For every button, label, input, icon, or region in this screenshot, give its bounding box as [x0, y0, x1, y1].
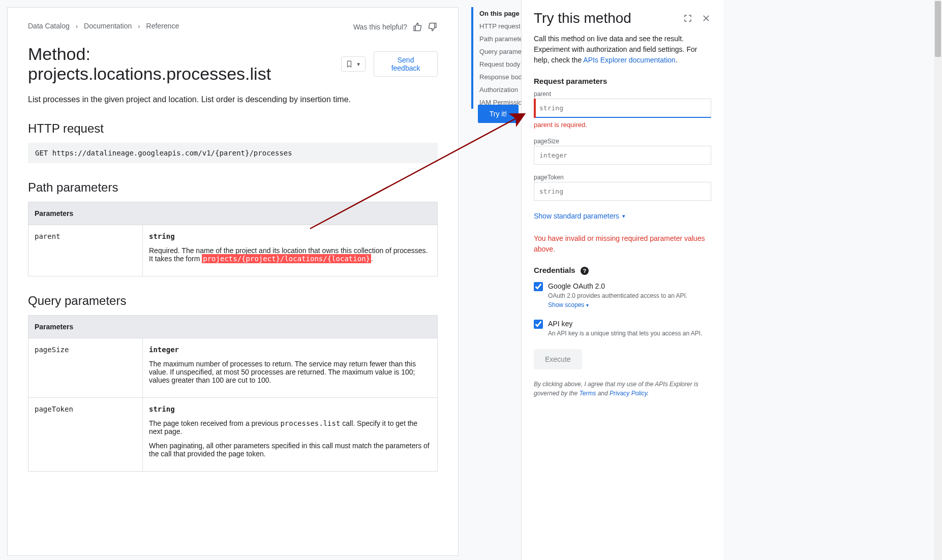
helpful-label: Was this helpful?	[353, 23, 407, 31]
parent-input[interactable]	[534, 99, 711, 118]
error-strip	[534, 99, 536, 118]
param-desc-text: When paginating, all other parameters sp…	[149, 442, 431, 458]
toc-item[interactable]: Authorization	[473, 83, 522, 96]
field-label-pagesize: pageSize	[534, 138, 711, 145]
toc-item[interactable]: Request body	[473, 58, 522, 71]
http-request-code: GET https://datalineage.googleapis.com/v…	[28, 143, 438, 163]
invalid-params-warning: You have invalid or missing required par…	[534, 233, 711, 255]
pagetoken-field-wrap	[534, 182, 711, 201]
param-type: integer	[149, 346, 431, 354]
apikey-label: API key	[548, 320, 711, 328]
table-header: Parameters	[28, 202, 438, 225]
show-scopes-link[interactable]: Show scopes ▾	[548, 301, 589, 308]
param-description: integer The maximum number of processes …	[143, 338, 438, 398]
field-label-parent: parent	[534, 90, 711, 98]
credential-apikey: API key An API key is a unique string th…	[534, 320, 711, 337]
terms-link[interactable]: Terms	[579, 390, 596, 397]
execute-button[interactable]: Execute	[534, 349, 582, 369]
help-icon[interactable]: ?	[581, 267, 589, 275]
title-row: Method: projects.locations.processes.lis…	[28, 44, 438, 84]
bookmark-icon	[346, 60, 353, 68]
request-parameters-heading: Request parameters	[534, 77, 711, 85]
pagesize-field-wrap	[534, 146, 711, 165]
legal-text: By clicking above, I agree that my use o…	[534, 380, 711, 398]
on-this-page-toc: On this page HTTP request Path parameter…	[471, 7, 522, 109]
show-scopes-label: Show scopes	[548, 301, 584, 308]
section-query-parameters: Query parameters	[28, 294, 438, 308]
thumbs-down-icon[interactable]	[428, 22, 438, 32]
fullscreen-icon[interactable]	[683, 13, 693, 23]
panel-header: Try this method	[534, 10, 711, 26]
panel-intro-text: .	[676, 56, 678, 64]
apikey-checkbox[interactable]	[534, 320, 543, 329]
param-name: pageSize	[28, 338, 143, 398]
path-parameters-table: Parameters parent string Required. The n…	[28, 202, 438, 276]
param-code-highlight: projects/{project}/locations/{location}	[202, 254, 371, 263]
toc-heading: On this page	[473, 7, 522, 20]
credentials-heading: Credentials ?	[534, 266, 711, 275]
show-standard-parameters-label: Show standard parameters	[534, 212, 619, 220]
param-type: string	[149, 232, 431, 240]
chevron-right-icon: ›	[138, 22, 140, 30]
parent-field-wrap	[534, 99, 711, 118]
oauth-checkbox[interactable]	[534, 282, 543, 291]
toc-item[interactable]: HTTP request	[473, 20, 522, 33]
chevron-down-icon: ▼	[356, 61, 361, 67]
param-type: string	[149, 405, 431, 413]
credentials-heading-text: Credentials	[534, 266, 575, 274]
oauth-label: Google OAuth 2.0	[548, 282, 711, 290]
query-parameters-table: Parameters pageSize integer The maximum …	[28, 315, 438, 472]
field-label-pagetoken: pageToken	[534, 174, 711, 181]
pagetoken-input[interactable]	[534, 182, 711, 201]
legal-and: and	[596, 390, 610, 397]
scrollbar-thumb[interactable]	[935, 1, 941, 57]
panel-intro: Call this method on live data and see th…	[534, 34, 711, 66]
oauth-sub: OAuth 2.0 provides authenticated access …	[548, 292, 711, 299]
breadcrumb-link[interactable]: Data Catalog	[28, 22, 70, 30]
param-name: pageToken	[28, 398, 143, 472]
scrollbar-track[interactable]	[934, 0, 942, 560]
section-http-request: HTTP request	[28, 121, 438, 136]
table-row: pageToken string The page token received…	[28, 398, 438, 472]
thumbs-up-icon[interactable]	[412, 22, 422, 32]
show-standard-parameters-link[interactable]: Show standard parameters ▾	[534, 212, 625, 220]
param-desc-text: The page token received from a previous	[149, 419, 280, 427]
section-path-parameters: Path parameters	[28, 180, 438, 195]
send-feedback-button[interactable]: Send feedback	[374, 51, 438, 77]
table-header: Parameters	[28, 316, 438, 338]
close-icon[interactable]	[701, 13, 711, 23]
try-this-method-panel: Try this method Call this method on live…	[521, 0, 723, 560]
param-desc-text: .	[371, 255, 373, 263]
toc-item[interactable]: Path parameters	[473, 33, 522, 45]
apis-explorer-doc-link[interactable]: APIs Explorer documentation	[583, 56, 675, 64]
panel-title: Try this method	[534, 10, 675, 26]
doc-card: Data Catalog › Documentation › Reference…	[7, 7, 459, 556]
param-desc-text: The maximum number of processes to retur…	[149, 360, 431, 384]
param-name: parent	[28, 225, 143, 276]
privacy-policy-link[interactable]: Privacy Policy	[610, 390, 647, 397]
breadcrumb-link[interactable]: Documentation	[84, 22, 132, 30]
chevron-down-icon: ▾	[622, 213, 625, 220]
apikey-sub: An API key is a unique string that lets …	[548, 330, 711, 337]
parent-error-message: parent is required.	[534, 121, 711, 129]
chevron-down-icon: ▾	[586, 302, 589, 308]
param-code-inline: processes.list	[280, 419, 340, 427]
toc-item[interactable]: Response body	[473, 71, 522, 83]
param-description: string Required. The name of the project…	[143, 225, 438, 276]
chevron-right-icon: ›	[76, 22, 78, 30]
lead-text: List processes in the given project and …	[28, 95, 438, 104]
try-it-button[interactable]: Try it!	[478, 105, 519, 123]
table-row: parent string Required. The name of the …	[28, 225, 438, 276]
pagesize-input[interactable]	[534, 146, 711, 165]
breadcrumb-link[interactable]: Reference	[146, 22, 179, 30]
toc-item[interactable]: Query parameters	[473, 45, 522, 58]
bookmark-button[interactable]: ▼	[341, 56, 366, 72]
param-description: string The page token received from a pr…	[143, 398, 438, 472]
helpful-widget: Was this helpful?	[353, 22, 438, 32]
page-title: Method: projects.locations.processes.lis…	[28, 44, 333, 84]
legal-post: .	[647, 390, 649, 397]
table-row: pageSize integer The maximum number of p…	[28, 338, 438, 398]
credential-oauth: Google OAuth 2.0 OAuth 2.0 provides auth…	[534, 282, 711, 308]
